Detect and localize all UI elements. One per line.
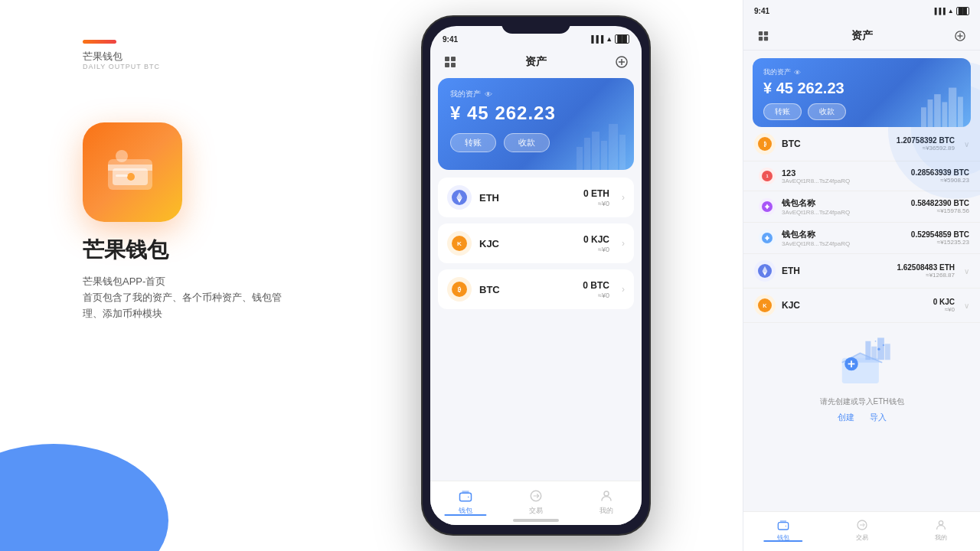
btc-logo: ₿ [447, 277, 472, 302]
right-btc-info: BTC [782, 139, 890, 149]
svg-rect-34 [921, 107, 926, 127]
trade-nav-label: 交易 [529, 506, 543, 516]
right-123-logo: 1 [759, 168, 776, 184]
phone-transfer-btn[interactable]: 转账 [450, 133, 496, 152]
svg-rect-62 [778, 523, 788, 530]
svg-rect-36 [934, 94, 941, 127]
trade-nav-icon [528, 487, 544, 504]
right-transfer-btn[interactable]: 转账 [763, 103, 802, 120]
right-wifi-icon: ▲ [948, 8, 954, 15]
right-eth-balance: 1.62508483 ETH ≈¥1268.87 [897, 263, 955, 279]
svg-rect-6 [445, 57, 449, 61]
phone-nav-wallet[interactable]: 钱包 [430, 487, 501, 516]
right-assets-card: 我的资产 👁 ¥ 45 262.23 转账 收款 [753, 58, 971, 127]
right-btc-logo: ₿ [754, 133, 776, 155]
right-navbar: 资产 [743, 21, 980, 51]
phone-coin-kjc[interactable]: K KJC 0 KJC ≈¥0 › [438, 223, 634, 263]
nav-plus-icon[interactable] [612, 53, 631, 71]
right-wallet1-logo [759, 198, 776, 215]
phone-navbar-title: 资产 [525, 55, 547, 69]
svg-rect-28 [764, 31, 768, 34]
desc-line3: 理、添加币种模块 [83, 308, 162, 319]
right-trade-nav-icon [855, 518, 869, 532]
right-coin-wallet1[interactable]: 钱包名称 3AvEQt1R8...TsZ4fpaRQ 0.58482390 BT… [743, 191, 980, 223]
eth-arrow-icon: › [622, 192, 625, 203]
svg-rect-52 [865, 341, 871, 360]
phone-home-bar [513, 519, 559, 522]
right-status-bar: 9:41 ▐▐▐ ▲ ██ [743, 0, 980, 21]
right-nav-wallet[interactable]: 钱包 [743, 518, 822, 542]
right-wallet1-addr: 3AvEQt1R8...TsZ4fpaRQ [782, 209, 905, 216]
right-receive-btn[interactable]: 收款 [808, 103, 846, 120]
right-nav-trade[interactable]: 交易 [822, 518, 901, 542]
phone-coin-btc[interactable]: ₿ BTC 0 BTC ≈¥0 › [438, 269, 634, 309]
eye-icon[interactable]: 👁 [485, 90, 492, 99]
phone-assets-card: 我的资产 👁 ¥ 45 262.23 转账 收款 [438, 78, 634, 170]
phone-coin-eth[interactable]: ETH 0 ETH ≈¥0 › [438, 178, 634, 217]
svg-rect-38 [949, 88, 956, 127]
kjc-arrow-icon: › [622, 238, 625, 249]
right-eth-prompt: 请先创建或导入ETH钱包 创建 导入 [743, 323, 980, 428]
right-kjc-logo: K [754, 295, 776, 316]
kjc-name: KJC [479, 238, 576, 249]
svg-rect-15 [592, 132, 599, 170]
right-wallet2-name: 钱包名称 [782, 229, 905, 240]
right-eye-icon[interactable]: 👁 [794, 69, 801, 77]
right-coin-kjc[interactable]: K KJC 0 KJC ≈¥0 ∨ [743, 289, 980, 323]
eth-prompt-links: 创建 导入 [759, 412, 965, 423]
svg-rect-30 [764, 36, 768, 40]
right-coin-wallet2[interactable]: 钱包名称 3AvEQt1R8...TsZ4fpaRQ 0.52954859 BT… [743, 223, 980, 254]
right-wallet2-info: 钱包名称 3AvEQt1R8...TsZ4fpaRQ [782, 229, 905, 247]
svg-text:K: K [457, 240, 462, 247]
phone-status-time: 9:41 [443, 35, 458, 44]
wifi-icon: ▲ [606, 35, 612, 43]
phone-nav-trade[interactable]: 交易 [501, 487, 571, 516]
right-123-name: 123 [782, 168, 905, 178]
right-status-time: 9:41 [754, 7, 769, 15]
nav-grid-icon[interactable] [441, 53, 459, 71]
right-city-decoration [917, 81, 971, 127]
wallet-svg [102, 145, 163, 199]
right-assets-label: 我的资产 👁 [763, 67, 960, 77]
svg-rect-16 [601, 141, 607, 170]
eth-import-link[interactable]: 导入 [870, 412, 887, 423]
phone-nav-my[interactable]: 我的 [571, 487, 642, 516]
svg-point-4 [127, 173, 135, 181]
right-panel: 9:41 ▐▐▐ ▲ ██ 资产 我的资产 [743, 0, 980, 551]
wallet-active-bar [444, 514, 486, 516]
right-grid-icon[interactable] [754, 27, 773, 45]
right-coin-btc[interactable]: ₿ BTC 1.20758392 BTC ≈¥36592.89 ∨ [743, 127, 980, 161]
my-nav-icon [598, 487, 615, 504]
eth-create-link[interactable]: 创建 [838, 412, 854, 423]
desc-line2: 首页包含了我的资产、各个币种资产、钱包管 [83, 292, 282, 303]
brand-subtitle: DAILY OUTPUT BTC [83, 63, 160, 70]
eth-prompt-text: 请先创建或导入ETH钱包 [759, 396, 965, 407]
phone-notch [501, 17, 570, 34]
app-icon [83, 122, 182, 222]
right-trade-nav-label: 交易 [856, 533, 868, 542]
eth-name: ETH [479, 192, 576, 204]
phone-receive-btn[interactable]: 收款 [504, 133, 550, 152]
right-coin-eth[interactable]: ETH 1.62508483 ETH ≈¥1268.87 ∨ [743, 254, 980, 289]
my-nav-label: 我的 [599, 506, 613, 516]
svg-point-60 [882, 344, 884, 347]
right-eth-name: ETH [782, 266, 890, 276]
right-nav-my[interactable]: 我的 [901, 518, 980, 542]
right-plus-icon[interactable] [951, 27, 969, 45]
phone-status-icons: ▐▐▐ ▲ ██ [589, 34, 629, 44]
phone-assets-label: 我的资产 👁 [450, 89, 622, 99]
right-battery-icon: ██ [956, 7, 969, 15]
app-title: 芒果钱包 [83, 236, 168, 265]
right-wallet2-balance: 0.52954859 BTC ≈¥15235.23 [911, 230, 969, 246]
signal-icon: ▐▐▐ [589, 35, 603, 43]
right-wallet2-addr: 3AvEQt1R8...TsZ4fpaRQ [782, 240, 905, 247]
phone-navbar: 资产 [430, 47, 642, 77]
right-signal-icon: ▐▐▐ [933, 8, 946, 15]
right-coin-123[interactable]: 1 123 3AvEQt1R8...TsZ4fpaRQ 0.28563939 B… [743, 161, 980, 191]
right-navbar-title: 资产 [851, 29, 873, 43]
right-my-nav-icon [934, 518, 948, 532]
svg-rect-9 [451, 63, 456, 67]
right-kjc-name: KJC [782, 300, 927, 311]
right-bottom-nav: 钱包 交易 我的 [743, 511, 980, 551]
phone-screen: 9:41 ▐▐▐ ▲ ██ 资产 [430, 26, 642, 525]
